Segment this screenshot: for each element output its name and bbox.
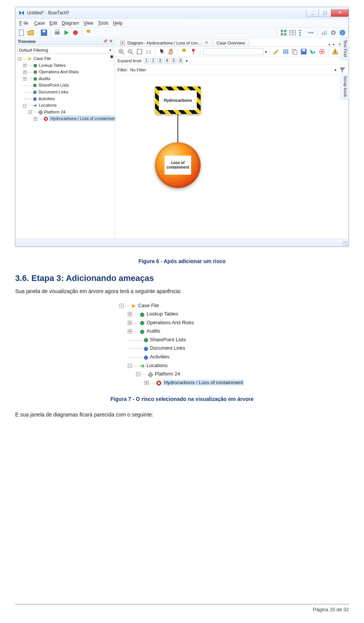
tree-figure: −··· Case File +··· Lookup Tables +··· O… [119,301,245,387]
tab-case-overview[interactable]: Case Overview [213,39,249,46]
print-icon[interactable] [53,29,61,36]
tree-root[interactable]: −···Case File +···Lookup Tables +···Oper… [18,55,113,122]
pin-icon[interactable] [190,48,197,55]
svg-rect-3 [55,32,60,35]
page-footer: Página 15 de 32 [15,604,349,612]
svg-point-47 [192,49,195,52]
level-5-button[interactable]: 5 [171,58,176,63]
svg-point-31 [33,98,36,101]
tree-risk[interactable]: +···Hydrocarbons / Loss of containment [34,115,113,122]
select-icon[interactable] [158,48,166,55]
menu-bar: File Case Edit Diagram View Tools Help [16,19,348,28]
level-1-button[interactable]: 1 [144,58,149,63]
level-4-button[interactable]: 4 [164,58,169,63]
tree-item[interactable]: +···Audits [23,76,113,82]
menu-view[interactable]: View [82,20,95,27]
close-button[interactable]: ✕ [331,9,348,17]
tab-prev-icon[interactable]: ◂ [327,42,331,46]
svg-text:i: i [342,30,343,36]
filter-value[interactable]: No Filter [130,68,146,72]
copy-icon[interactable] [291,48,298,55]
svg-point-37 [122,42,123,44]
chart-icon[interactable] [320,29,328,36]
level-3-button[interactable]: 3 [157,58,163,63]
diagram-panel: Diagram - Hydrocarbons / Loss of con… ✕ … [115,38,348,239]
new-icon[interactable] [18,29,25,36]
diagram-dropdown[interactable] [203,48,264,55]
tree-item[interactable]: ·······Activities [23,96,113,103]
columns-icon[interactable] [282,48,289,55]
flag-icon[interactable] [85,29,93,36]
app-window: Untitled* - BowTieXP _ ▢ ✕ File Case Edi… [15,7,349,247]
svg-point-61 [140,330,144,334]
more-icon[interactable] [307,29,315,36]
chevron-down-icon: ▾ [110,48,111,52]
svg-point-26 [34,64,37,67]
menu-diagram[interactable]: Diagram [60,20,80,27]
zoom-fit-icon[interactable] [136,48,143,55]
zoom-in-icon[interactable] [118,48,125,55]
menu-help[interactable]: Help [111,20,124,27]
window-title: Untitled* - BowTieXP [27,10,306,16]
fig-tree-item: Document Links [150,345,185,351]
gear-icon[interactable] [329,29,337,36]
tab-close-icon[interactable]: ✕ [205,40,208,45]
menu-file[interactable]: File [18,20,31,27]
filter-icon[interactable] [339,66,346,74]
filter-dropdown-icon[interactable]: ▾ [334,68,336,72]
tree-platform[interactable]: −···Platform 24 +···Hydrocarbons / Loss … [28,109,113,122]
tree-item[interactable]: −···Locations −···Platform 24 +···Hydroc… [23,102,113,122]
zoom-out-icon[interactable] [127,48,134,55]
svg-rect-14 [299,32,301,33]
panel-pin-icon[interactable]: 📌 ✕ [103,39,113,44]
figure-caption-7: Figura 7 - O risco selecionado na visual… [15,396,349,402]
svg-rect-8 [281,33,283,35]
svg-rect-13 [299,30,301,31]
menu-case[interactable]: Case [33,20,46,27]
table-icon[interactable] [289,29,297,36]
hazard-node[interactable]: Hydrocarbons [155,87,201,114]
grid-icon[interactable] [280,29,287,36]
resize-grip-icon[interactable] [343,241,348,246]
info-icon[interactable]: i [339,29,346,36]
top-event-node[interactable]: Loss of containment [155,142,201,188]
app-icon [19,10,25,16]
target-icon[interactable] [318,48,326,55]
svg-rect-4 [56,30,59,32]
stop-icon[interactable] [72,29,79,36]
maximize-button[interactable]: ▢ [318,9,331,17]
svg-point-60 [140,321,144,325]
open-icon[interactable] [27,29,35,36]
refresh-icon[interactable] [309,48,317,55]
tree-icon[interactable] [298,29,306,36]
titlebar: Untitled* - BowTieXP _ ▢ ✕ [16,7,348,19]
sidetab-text-find[interactable]: Text Find [340,38,349,60]
sidetab-scrap-book[interactable]: Scrap book [340,74,349,100]
tab-next-icon[interactable]: ▸ [332,42,336,46]
svg-point-63 [144,347,148,351]
svg-point-22 [332,31,335,34]
zoom-100-icon[interactable]: 1:1 [145,48,152,55]
save2-icon[interactable] [300,48,308,55]
hand-icon[interactable] [167,48,175,55]
tree-item[interactable]: +···Operations And Risks [23,69,113,76]
svg-point-30 [33,91,36,94]
run-icon[interactable] [63,29,70,36]
svg-point-59 [140,313,144,317]
level-2-button[interactable]: 2 [151,58,156,63]
level-6-button[interactable]: 6 [178,58,183,63]
menu-edit[interactable]: Edit [48,20,59,27]
diagram-canvas[interactable]: Hydrocarbons Loss of containment [115,75,348,239]
warn-icon[interactable]: ! [331,48,339,55]
tree-item[interactable]: ·······Document Links [23,89,113,96]
tree-item[interactable]: +···Lookup Tables [23,62,113,69]
paragraph: E sua janela de diagramas ficará parecid… [15,411,349,419]
tree-item[interactable]: ·······SharePoint Lists [23,82,113,89]
minimize-button[interactable]: _ [306,9,319,17]
tab-diagram[interactable]: Diagram - Hydrocarbons / Loss of con… ✕ [117,39,212,46]
save-icon[interactable] [40,29,48,36]
flag2-icon[interactable] [180,48,188,55]
edit-icon[interactable] [273,48,280,55]
menu-tools[interactable]: Tools [96,20,110,27]
filter-dropdown[interactable]: Default Filtering ▾ [17,46,113,54]
